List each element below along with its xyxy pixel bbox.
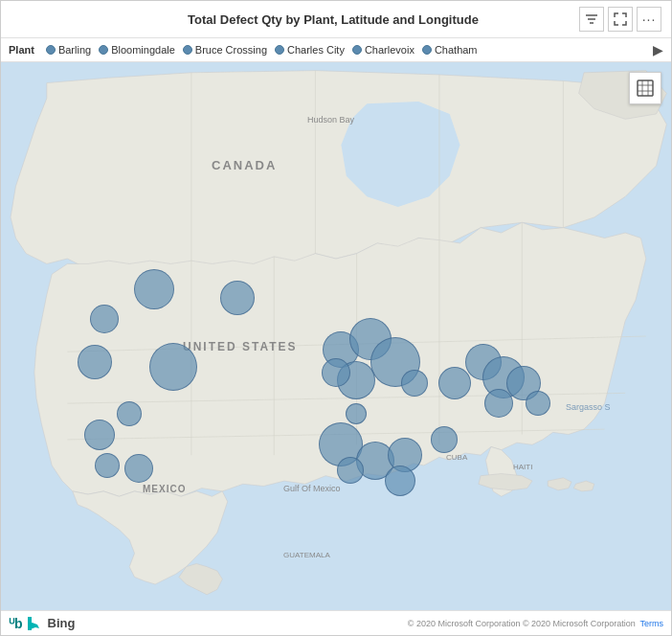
data-circle	[526, 391, 550, 416]
data-circle	[78, 345, 112, 379]
legend-dot-bloomingdale	[99, 45, 108, 55]
chart-title: Total Defect Qty by Plant, Latitude and …	[87, 12, 579, 27]
data-circle	[385, 466, 415, 496]
legend-item-bruce-crossing[interactable]: Bruce Crossing	[183, 44, 267, 56]
legend-item-bloomingdale[interactable]: Bloomingdale	[99, 44, 175, 56]
bing-label: Bing	[48, 616, 76, 630]
select-rectangle-icon	[636, 79, 655, 98]
data-circle	[220, 281, 255, 315]
data-circle	[90, 305, 119, 333]
main-container: Total Defect Qty by Plant, Latitude and …	[0, 0, 672, 636]
legend-text-barling: Barling	[58, 44, 91, 56]
legend-scroll-right[interactable]: ▶	[653, 42, 663, 57]
legend-dot-charlevoix	[352, 45, 362, 55]
svg-rect-16	[638, 80, 653, 96]
expand-icon	[614, 12, 627, 26]
data-circle	[84, 420, 115, 450]
legend-text-charles-city: Charles City	[287, 44, 345, 56]
more-icon: ···	[642, 11, 657, 27]
legend-dot-chatham	[422, 45, 432, 55]
more-options-button[interactable]: ···	[637, 7, 661, 32]
data-circle	[134, 269, 174, 309]
data-circle	[322, 358, 350, 387]
data-circle	[401, 370, 428, 397]
bing-b-icon: ᵁb	[9, 616, 23, 631]
data-circle	[124, 454, 153, 483]
legend-dot-bruce-crossing	[183, 45, 192, 55]
legend-item-chatham[interactable]: Chatham	[422, 44, 478, 56]
legend-text-bloomingdale: Bloomingdale	[111, 44, 175, 56]
legend-bar: Plant Barling Bloomingdale Bruce Crossin…	[1, 38, 671, 62]
legend-text-chatham: Chatham	[435, 44, 478, 56]
header-bar: Total Defect Qty by Plant, Latitude and …	[1, 1, 671, 38]
data-circle	[431, 426, 458, 453]
bing-icon	[26, 615, 43, 632]
legend-item-barling[interactable]: Barling	[46, 44, 91, 56]
data-circle	[346, 403, 367, 424]
legend-item-charlevoix[interactable]: Charlevoix	[352, 44, 414, 56]
legend-dot-barling	[46, 45, 56, 55]
data-circle	[438, 367, 471, 399]
legend-dot-charles-city	[275, 45, 284, 55]
data-circle	[484, 389, 513, 418]
expand-button[interactable]	[608, 7, 633, 32]
map-container[interactable]: CANADA UNITED STATES MEXICO Hudson Bay G…	[1, 62, 671, 610]
data-circle	[149, 343, 197, 391]
legend-text-bruce-crossing: Bruce Crossing	[195, 44, 267, 56]
footer-copyright: © 2020 Microsoft Corporation © 2020 Micr…	[408, 619, 663, 628]
data-circle	[95, 453, 120, 478]
filter-icon	[585, 12, 598, 26]
legend-item-charles-city[interactable]: Charles City	[275, 44, 345, 56]
filter-button[interactable]	[579, 7, 604, 32]
footer-bar: ᵁb Bing © 2020 Microsoft Corporation © 2…	[1, 610, 671, 635]
legend-text-charlevoix: Charlevoix	[365, 44, 414, 56]
data-circle	[117, 401, 142, 426]
terms-link[interactable]: Terms	[640, 619, 664, 628]
data-circle	[337, 457, 364, 484]
map-select-tool[interactable]	[629, 72, 661, 104]
legend-label: Plant	[9, 44, 34, 56]
bing-logo: ᵁb Bing	[9, 615, 75, 632]
header-icons: ···	[579, 7, 661, 32]
